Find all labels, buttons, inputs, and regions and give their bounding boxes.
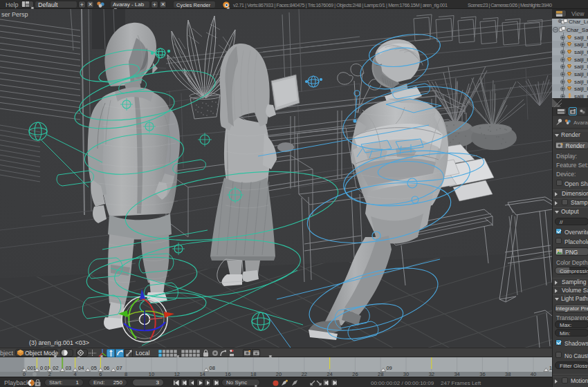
svg-text:2: 2 (48, 371, 51, 377)
svg-text:34: 34 (454, 371, 459, 377)
svg-text:(3) aren_rig.001 <03>: (3) aren_rig.001 <03> (29, 339, 89, 346)
svg-text:05: 05 (91, 365, 97, 371)
svg-text:18: 18 (250, 371, 256, 377)
svg-text:36: 36 (479, 371, 485, 377)
svg-text:06: 06 (104, 365, 109, 371)
svg-text:30: 30 (403, 371, 409, 377)
svg-text:02: 02 (53, 365, 58, 371)
svg-text:07: 07 (116, 365, 122, 371)
svg-text:09: 09 (386, 365, 392, 371)
svg-text:8: 8 (125, 371, 127, 377)
svg-text:08: 08 (210, 365, 215, 371)
svg-text:4: 4 (74, 371, 77, 377)
svg-text:38: 38 (505, 371, 511, 377)
svg-text:6: 6 (99, 371, 102, 377)
svg-text:32: 32 (429, 371, 434, 377)
svg-text:001: 001 (28, 365, 37, 371)
svg-text:40: 40 (531, 371, 536, 377)
svg-text:16: 16 (225, 371, 230, 377)
svg-text:10: 10 (149, 371, 154, 377)
svg-text:12: 12 (174, 371, 180, 377)
svg-text:28: 28 (378, 371, 383, 377)
svg-text:26: 26 (352, 371, 358, 377)
svg-text:14: 14 (199, 371, 205, 377)
svg-text:20: 20 (276, 371, 282, 377)
svg-text:04: 04 (78, 365, 84, 371)
svg-text:24: 24 (327, 371, 332, 377)
svg-text:03: 03 (66, 365, 71, 371)
svg-text:ser Persp: ser Persp (1, 11, 28, 18)
svg-text:22: 22 (302, 371, 307, 377)
svg-text:0: 0 (23, 371, 26, 377)
